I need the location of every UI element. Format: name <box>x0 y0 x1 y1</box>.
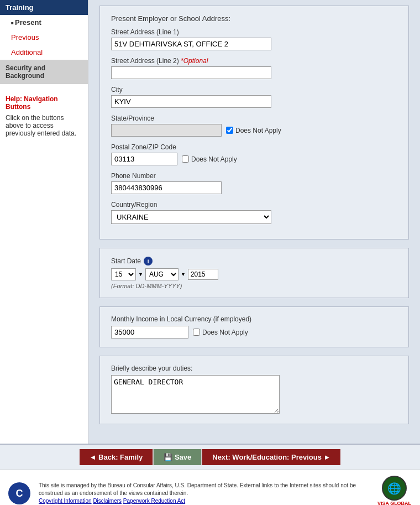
disclaimers-link[interactable]: Disclaimers <box>93 498 122 504</box>
month-select[interactable]: AUG <box>145 268 179 280</box>
page-wrapper: Training Present Previous Additional Sec… <box>0 0 420 505</box>
income-does-not-apply-checkbox[interactable] <box>193 329 200 336</box>
bottom-nav: ◄ Back: Family 💾 Save Next: Work/Educati… <box>0 444 420 470</box>
sidebar: Training Present Previous Additional Sec… <box>0 0 88 444</box>
form-section: Present Employer or School Address: Stre… <box>88 0 420 444</box>
sidebar-item-additional[interactable]: Additional <box>0 45 88 60</box>
country-select[interactable]: UKRAINE UNITED STATES OTHER <box>111 210 271 224</box>
sidebar-help: Help: Navigation Buttons Click on the bu… <box>0 90 88 143</box>
info-icon[interactable]: i <box>144 257 153 265</box>
income-does-not-apply-text: Does Not Apply <box>202 329 248 336</box>
city-label: City <box>111 86 397 93</box>
address-panel: Present Employer or School Address: Stre… <box>99 6 409 240</box>
street2-group: Street Address (Line 2) *Optional <box>111 57 397 79</box>
state-group: State/Province Does Not Apply <box>111 114 397 137</box>
present-label: Present <box>15 18 41 27</box>
content-area: Present Employer or School Address: Stre… <box>88 0 420 444</box>
day-arrow: ▼ <box>138 272 143 277</box>
city-input[interactable] <box>111 95 271 108</box>
income-row: Does Not Apply <box>111 326 397 339</box>
duties-panel: Briefly describe your duties: GENERAL DI… <box>99 356 409 424</box>
help-prefix: Help: <box>6 95 22 103</box>
visa-text: VISA GLOBAL <box>377 501 411 505</box>
footer-body-text: This site is managed by the Bureau of Co… <box>39 482 356 496</box>
start-date-label-text: Start Date <box>111 257 141 265</box>
zip-does-not-apply-text: Does Not Apply <box>191 155 237 163</box>
zip-input[interactable] <box>111 153 177 165</box>
start-date-label: Start Date i <box>111 257 397 265</box>
state-does-not-apply-checkbox[interactable] <box>226 127 233 134</box>
section-title: Present Employer or School Address: <box>111 14 397 23</box>
sidebar-item-present[interactable]: Present <box>0 15 88 30</box>
street2-optional: *Optional <box>181 57 208 65</box>
income-input[interactable] <box>111 326 188 339</box>
street1-input[interactable] <box>111 38 271 50</box>
sidebar-item-security[interactable]: Security and Background <box>0 60 88 84</box>
month-arrow: ▼ <box>181 272 186 277</box>
street1-group: Street Address (Line 1) <box>111 28 397 50</box>
footer-visa: 🌐 VISA GLOBAL Визовый эксперт <box>377 476 412 505</box>
zip-does-not-apply-checkbox[interactable] <box>182 155 189 163</box>
duties-label: Briefly describe your duties: <box>111 365 397 372</box>
previous-label: Previous <box>11 33 39 41</box>
day-select[interactable]: 15 <box>111 268 136 280</box>
copyright-link[interactable]: Copyright Information <box>39 498 92 504</box>
zip-label: Postal Zone/ZIP Code <box>111 143 397 151</box>
street2-input[interactable] <box>111 66 271 79</box>
state-row: Does Not Apply <box>111 124 397 137</box>
zip-group: Postal Zone/ZIP Code Does Not Apply <box>111 143 397 165</box>
start-date-panel: Start Date i 15 ▼ AUG ▼ (For <box>99 248 409 298</box>
phone-group: Phone Number <box>111 172 397 194</box>
phone-input[interactable] <box>111 181 222 194</box>
street2-label-text: Street Address (Line 2) <box>111 57 179 65</box>
street2-label: Street Address (Line 2) *Optional <box>111 57 397 65</box>
next-button[interactable]: Next: Work/Education: Previous ► <box>202 449 340 465</box>
help-body: Click on the buttons above to access pre… <box>6 114 82 137</box>
sidebar-item-previous[interactable]: Previous <box>0 30 88 45</box>
phone-label: Phone Number <box>111 172 397 180</box>
back-button[interactable]: ◄ Back: Family <box>80 449 153 465</box>
date-row: 15 ▼ AUG ▼ <box>111 268 397 280</box>
state-does-not-apply-label: Does Not Apply <box>226 127 281 134</box>
country-label: Country/Region <box>111 201 397 209</box>
date-format-hint: (Format: DD-MMM-YYYY) <box>111 283 397 289</box>
income-label: Monthly Income in Local Currency (if emp… <box>111 315 397 323</box>
state-label: State/Province <box>111 114 397 122</box>
state-input[interactable] <box>111 124 222 137</box>
zip-does-not-apply-label: Does Not Apply <box>182 155 237 163</box>
income-panel: Monthly Income in Local Currency (if emp… <box>99 306 409 347</box>
footer-logo: C <box>8 482 30 504</box>
country-group: Country/Region UKRAINE UNITED STATES OTH… <box>111 201 397 224</box>
state-does-not-apply-text: Does Not Apply <box>235 127 281 134</box>
footer: C This site is managed by the Bureau of … <box>0 470 420 505</box>
income-does-not-apply-label: Does Not Apply <box>193 329 248 336</box>
year-input[interactable] <box>188 269 218 280</box>
sidebar-training-label: Training <box>0 0 88 15</box>
paperwork-link[interactable]: Paperwork Reduction Act <box>123 498 185 504</box>
footer-text: This site is managed by the Bureau of Co… <box>39 482 369 505</box>
additional-label: Additional <box>11 48 43 56</box>
security-label: Security and Background <box>6 64 45 80</box>
city-group: City <box>111 86 397 108</box>
visa-globe-icon: 🌐 <box>382 476 407 501</box>
street1-label: Street Address (Line 1) <box>111 28 397 36</box>
main-area: Training Present Previous Additional Sec… <box>0 0 420 444</box>
help-title: Help: Navigation Buttons <box>6 95 82 111</box>
save-button[interactable]: 💾 Save <box>153 449 202 465</box>
zip-row: Does Not Apply <box>111 153 397 165</box>
duties-textarea[interactable]: GENERAL DIRECTOR <box>111 375 280 414</box>
